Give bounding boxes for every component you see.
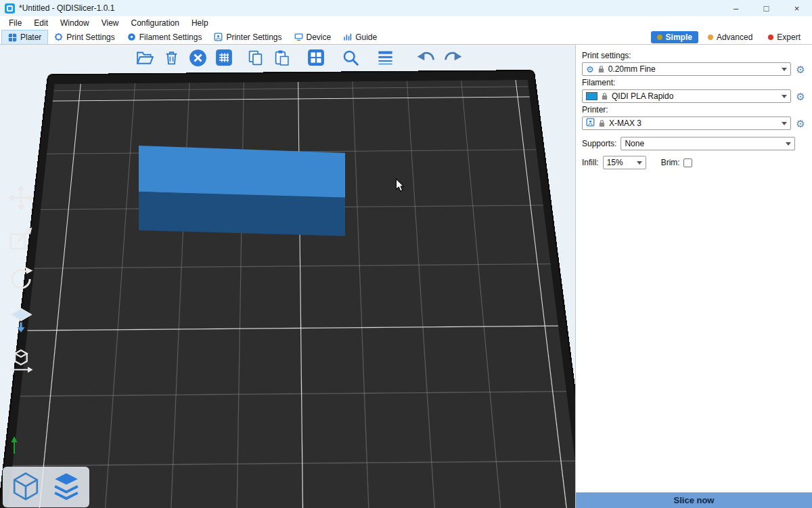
printer-icon xyxy=(586,118,595,129)
close-button[interactable]: × xyxy=(782,0,812,16)
flatten-icon xyxy=(7,306,35,335)
delete-all-button[interactable] xyxy=(187,47,208,68)
tab-label: Guide xyxy=(355,33,377,42)
tab-label: Plater xyxy=(20,33,41,42)
brim-label: Brim: xyxy=(661,158,680,167)
viewport-toolbar xyxy=(134,47,464,68)
lock-icon xyxy=(601,92,608,100)
redo-button[interactable] xyxy=(442,47,464,68)
tab-guide[interactable]: Guide xyxy=(337,30,383,44)
tab-print-settings[interactable]: Print Settings xyxy=(48,30,120,44)
arrange-button[interactable] xyxy=(213,47,235,68)
import-button[interactable] xyxy=(134,47,156,68)
paste-icon xyxy=(273,49,290,66)
lock-icon xyxy=(598,119,606,127)
title-bar: *Untitled - QIDISlicer-1.0.1 – □ × xyxy=(0,0,812,16)
circle-x-icon xyxy=(189,49,207,67)
print-settings-value: 0.20mm Fine xyxy=(608,64,778,74)
layers-stack-icon xyxy=(50,470,83,505)
printer-edit-button[interactable]: ⚙ xyxy=(795,119,806,129)
tab-label: Filament Settings xyxy=(139,33,202,42)
filament-edit-button[interactable]: ⚙ xyxy=(795,91,806,102)
mode-label: Simple xyxy=(666,33,692,42)
tab-printer-settings[interactable]: Printer Settings xyxy=(208,30,288,44)
menu-window[interactable]: Window xyxy=(54,17,95,29)
mode-advanced[interactable]: Advanced xyxy=(702,31,759,43)
app-icon xyxy=(5,3,15,14)
tab-label: Device xyxy=(307,33,332,42)
model-top-face xyxy=(139,146,345,199)
split-button[interactable] xyxy=(305,47,327,68)
menu-edit[interactable]: Edit xyxy=(28,17,54,29)
infill-label: Infill: xyxy=(582,158,599,167)
menu-file[interactable]: File xyxy=(3,17,28,29)
print-settings-icon xyxy=(54,33,63,41)
copy-button[interactable] xyxy=(244,47,266,68)
measure-tool[interactable] xyxy=(7,347,35,375)
chevron-down-icon xyxy=(786,142,791,146)
filament-label: Filament: xyxy=(582,78,806,87)
maximize-button[interactable]: □ xyxy=(751,0,782,16)
menu-view[interactable]: View xyxy=(95,17,125,29)
tab-plater[interactable]: Plater xyxy=(1,30,48,44)
menu-help[interactable]: Help xyxy=(185,17,215,29)
print-bed xyxy=(0,71,575,508)
print-settings-combo[interactable]: ⚙ 0.20mm Fine xyxy=(582,62,791,76)
mode-expert[interactable]: Expert xyxy=(762,31,807,43)
minimize-button[interactable]: – xyxy=(721,0,751,16)
window-title: *Untitled - QIDISlicer-1.0.1 xyxy=(19,3,114,13)
printer-combo[interactable]: X-MAX 3 xyxy=(582,117,791,130)
tab-filament-settings[interactable]: Filament Settings xyxy=(121,30,208,44)
print-settings-label: Print settings: xyxy=(582,51,806,60)
infill-combo[interactable]: 15% xyxy=(603,156,646,169)
place-on-face-tool[interactable] xyxy=(7,306,35,335)
guide-icon xyxy=(343,33,352,41)
bed-perspective xyxy=(0,45,575,508)
layer-bars-icon xyxy=(376,49,394,67)
expert-mode-dot xyxy=(768,35,773,40)
brim-checkbox[interactable] xyxy=(683,158,692,167)
tab-device[interactable]: Device xyxy=(288,30,338,44)
scale-tool[interactable] xyxy=(7,225,35,253)
supports-label: Supports: xyxy=(582,139,616,148)
undo-button[interactable] xyxy=(415,47,437,68)
tab-bar: Plater Print Settings Filament Settings … xyxy=(0,30,812,45)
supports-value: None xyxy=(625,139,782,148)
plater-icon xyxy=(8,33,17,42)
delete-button[interactable] xyxy=(160,47,182,68)
filament-value: QIDI PLA Rapido xyxy=(612,91,778,101)
model-front-face xyxy=(139,192,345,236)
slice-now-button[interactable]: Slice now xyxy=(576,492,812,508)
search-icon xyxy=(342,49,360,67)
rotate-tool[interactable] xyxy=(7,266,35,294)
paste-button[interactable] xyxy=(271,47,292,68)
model-object[interactable] xyxy=(139,146,345,230)
chevron-down-icon xyxy=(782,95,787,98)
open-folder-icon xyxy=(136,49,154,66)
printer-value: X-MAX 3 xyxy=(609,119,778,128)
mode-simple[interactable]: Simple xyxy=(651,31,698,43)
filament-combo[interactable]: QIDI PLA Rapido xyxy=(582,89,791,103)
cube-3d-icon xyxy=(9,470,42,505)
print-settings-edit-button[interactable]: ⚙ xyxy=(795,64,806,75)
chevron-down-icon xyxy=(782,68,787,71)
settings-sidebar: Print settings: ⚙ 0.20mm Fine ⚙ Filament… xyxy=(575,45,812,508)
filament-color-swatch xyxy=(586,92,597,100)
simple-mode-dot xyxy=(657,35,662,40)
view-3d-button[interactable] xyxy=(8,469,43,505)
3d-viewport[interactable] xyxy=(0,45,575,508)
preset-gear-icon: ⚙ xyxy=(586,65,594,74)
window-controls: – □ × xyxy=(721,0,812,16)
supports-combo[interactable]: None xyxy=(621,137,795,150)
move-tool[interactable] xyxy=(7,184,35,213)
search-button[interactable] xyxy=(340,47,361,68)
chevron-down-icon xyxy=(637,161,642,165)
menu-configuration[interactable]: Configuration xyxy=(125,17,185,29)
view-switcher xyxy=(3,467,89,507)
view-layers-button[interactable] xyxy=(49,469,84,505)
split-squares-icon xyxy=(307,49,325,66)
infill-value: 15% xyxy=(607,158,633,167)
layer-height-button[interactable] xyxy=(374,47,396,68)
menu-bar: File Edit Window View Configuration Help xyxy=(0,16,812,30)
mode-label: Advanced xyxy=(717,33,752,42)
